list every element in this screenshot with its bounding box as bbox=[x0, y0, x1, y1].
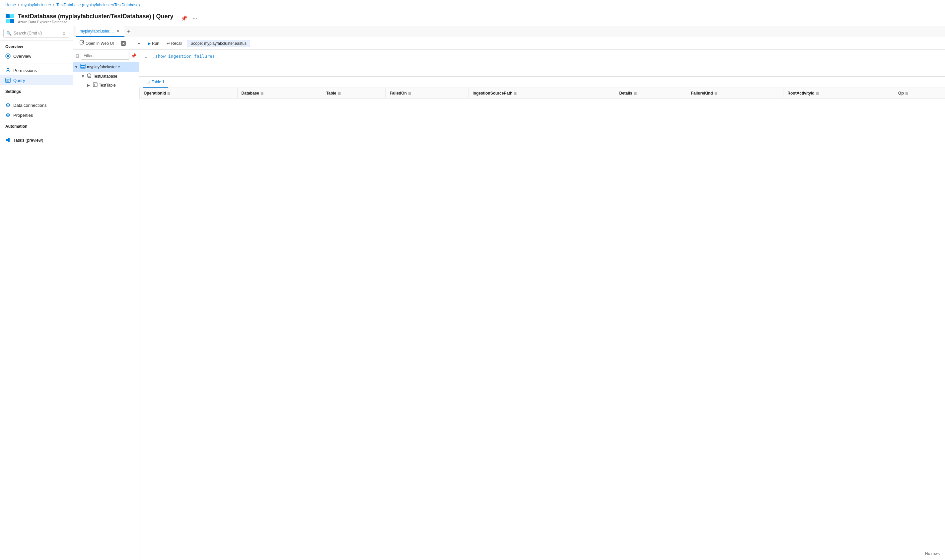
page-header: TestDatabase (myplayfabcluster/TestDatab… bbox=[0, 10, 945, 26]
svg-point-11 bbox=[8, 138, 9, 140]
tasks-label: Tasks (preview) bbox=[13, 138, 43, 143]
toolbar-divider bbox=[132, 40, 132, 47]
database-label: TestDatabase bbox=[93, 74, 136, 78]
search-bar: 🔍 « bbox=[0, 26, 73, 40]
collapse-panel-button[interactable]: « bbox=[135, 40, 143, 47]
expand-button[interactable] bbox=[119, 40, 128, 47]
sidebar-divider-1 bbox=[0, 63, 73, 63]
data-connections-icon bbox=[5, 103, 11, 108]
run-label: Run bbox=[152, 41, 159, 46]
table-header-row: OperationId☰Database☰Table☰FailedOn☰Inge… bbox=[140, 88, 945, 98]
page-title: TestDatabase (myplayfabcluster/TestDatab… bbox=[18, 13, 174, 20]
tree-node-testtable[interactable]: ▶ TestTable bbox=[73, 81, 139, 89]
results-table-icon: ⊞ bbox=[147, 80, 150, 84]
table-chevron-icon: ▶ bbox=[87, 83, 92, 88]
tree-node-cluster[interactable]: ▼ myplayfabcluster.e... bbox=[73, 62, 139, 72]
table-column-header[interactable]: FailedOn☰ bbox=[386, 88, 468, 98]
more-button[interactable]: ··· bbox=[191, 14, 199, 23]
query-icon bbox=[5, 78, 11, 83]
recall-button[interactable]: ↩ Recall bbox=[164, 40, 185, 47]
column-filter-icon[interactable]: ☰ bbox=[408, 92, 411, 95]
results-tab-table1[interactable]: ⊞ Table 1 bbox=[143, 77, 168, 88]
sidebar-item-permissions[interactable]: Permissions bbox=[0, 65, 73, 75]
app-icon bbox=[5, 14, 15, 23]
properties-icon bbox=[5, 112, 11, 118]
no-rows-label: No rows bbox=[925, 551, 940, 556]
database-chevron-icon: ▼ bbox=[81, 74, 86, 78]
svg-rect-18 bbox=[83, 65, 85, 66]
sidebar-item-overview[interactable]: Overview bbox=[0, 51, 73, 61]
svg-point-8 bbox=[7, 114, 9, 116]
table-column-header[interactable]: IngestionSourcePath☰ bbox=[468, 88, 615, 98]
column-filter-icon[interactable]: ☰ bbox=[634, 92, 637, 95]
permissions-label: Permissions bbox=[13, 68, 37, 73]
column-filter-icon[interactable]: ☰ bbox=[260, 92, 263, 95]
svg-rect-3 bbox=[10, 19, 14, 23]
sidebar-item-data-connections[interactable]: Data connections bbox=[0, 100, 73, 110]
editor-area: 1 .show ingestion failures ⊞ Table 1 bbox=[139, 50, 945, 560]
table-column-header[interactable]: OperationId☰ bbox=[140, 88, 238, 98]
data-table: OperationId☰Database☰Table☰FailedOn☰Inge… bbox=[139, 88, 945, 98]
recall-label: Recall bbox=[171, 41, 182, 46]
sidebar-item-tasks[interactable]: Tasks (preview) bbox=[0, 135, 73, 145]
tab-myplayfabcluster[interactable]: myplayfabcluster.... ✕ bbox=[75, 26, 125, 37]
column-filter-icon[interactable]: ☰ bbox=[338, 92, 341, 95]
column-filter-icon[interactable]: ☰ bbox=[816, 92, 819, 95]
code-content: .show ingestion failures bbox=[152, 54, 215, 72]
query-toolbar: Open in Web UI « ▶ Run ↩ Recall Scope: m… bbox=[73, 37, 945, 50]
sidebar-item-query[interactable]: Query bbox=[0, 75, 73, 85]
svg-rect-22 bbox=[93, 83, 97, 86]
svg-point-12 bbox=[8, 140, 9, 142]
tab-add-button[interactable]: + bbox=[125, 27, 133, 37]
sidebar-item-overview-label: Overview bbox=[13, 54, 31, 59]
column-filter-icon[interactable]: ☰ bbox=[514, 92, 517, 95]
scope-badge: Scope: myplayfabcluster.eastus bbox=[187, 40, 250, 47]
table-column-header[interactable]: FailureKind☰ bbox=[687, 88, 783, 98]
svg-rect-15 bbox=[122, 43, 125, 45]
svg-rect-16 bbox=[81, 64, 85, 69]
sidebar-item-properties[interactable]: Properties bbox=[0, 110, 73, 120]
code-editor[interactable]: 1 .show ingestion failures bbox=[139, 50, 945, 76]
search-wrap: 🔍 « bbox=[3, 29, 69, 37]
svg-rect-19 bbox=[81, 67, 83, 68]
sidebar: 🔍 « Overview Overview Permissions Query bbox=[0, 26, 73, 560]
table-column-header[interactable]: RootActivityId☰ bbox=[783, 88, 894, 98]
automation-section-header: Automation bbox=[0, 120, 73, 131]
sidebar-divider-3 bbox=[0, 133, 73, 133]
breadcrumb-cluster[interactable]: myplayfabcluster bbox=[21, 3, 51, 7]
tree-pin-button[interactable]: 📌 bbox=[131, 53, 136, 58]
settings-section-header: Settings bbox=[0, 85, 73, 96]
page-subtitle: Azure Data Explorer Database bbox=[18, 20, 174, 24]
header-actions: 📌 ··· bbox=[180, 14, 199, 23]
breadcrumb-home[interactable]: Home bbox=[5, 3, 16, 7]
run-button[interactable]: ▶ Run bbox=[145, 40, 162, 47]
search-input[interactable] bbox=[14, 31, 59, 35]
search-icon: 🔍 bbox=[6, 31, 12, 36]
tab-bar: myplayfabcluster.... ✕ + bbox=[73, 26, 945, 37]
overview-section-header: Overview bbox=[0, 40, 73, 51]
cluster-chevron-icon: ▼ bbox=[74, 65, 79, 69]
table-column-header[interactable]: Database☰ bbox=[237, 88, 322, 98]
svg-rect-2 bbox=[6, 19, 9, 23]
collapse-sidebar-button[interactable]: « bbox=[61, 31, 66, 36]
tree-node-database[interactable]: ▼ TestDatabase bbox=[73, 72, 139, 81]
data-connections-label: Data connections bbox=[13, 103, 46, 108]
main-layout: 🔍 « Overview Overview Permissions Query bbox=[0, 26, 945, 560]
svg-point-10 bbox=[6, 139, 8, 141]
pin-button[interactable]: 📌 bbox=[180, 14, 189, 23]
tree-filter-input[interactable] bbox=[81, 52, 129, 60]
query-panel: myplayfabcluster.... ✕ + Open in Web UI … bbox=[73, 26, 945, 560]
data-table-wrap: OperationId☰Database☰Table☰FailedOn☰Inge… bbox=[139, 88, 945, 560]
table-column-header[interactable]: Op☰ bbox=[894, 88, 945, 98]
open-web-ui-button[interactable]: Open in Web UI bbox=[77, 39, 117, 48]
results-area: ⊞ Table 1 OperationId☰Database☰Table☰Fai… bbox=[139, 76, 945, 560]
column-filter-icon[interactable]: ☰ bbox=[905, 92, 908, 95]
tab-close-button[interactable]: ✕ bbox=[116, 29, 120, 34]
breadcrumb-database[interactable]: TestDatabase (myplayfabcluster/TestDatab… bbox=[56, 3, 140, 7]
column-filter-icon[interactable]: ☰ bbox=[167, 92, 170, 95]
table-column-header[interactable]: Table☰ bbox=[322, 88, 386, 98]
table-column-header[interactable]: Details☰ bbox=[615, 88, 687, 98]
tree-panel: ⊟ 📌 ▼ myplayfabcluster.e... ▼ bbox=[73, 50, 139, 560]
column-filter-icon[interactable]: ☰ bbox=[714, 92, 717, 95]
results-tab-bar: ⊞ Table 1 bbox=[139, 77, 945, 88]
